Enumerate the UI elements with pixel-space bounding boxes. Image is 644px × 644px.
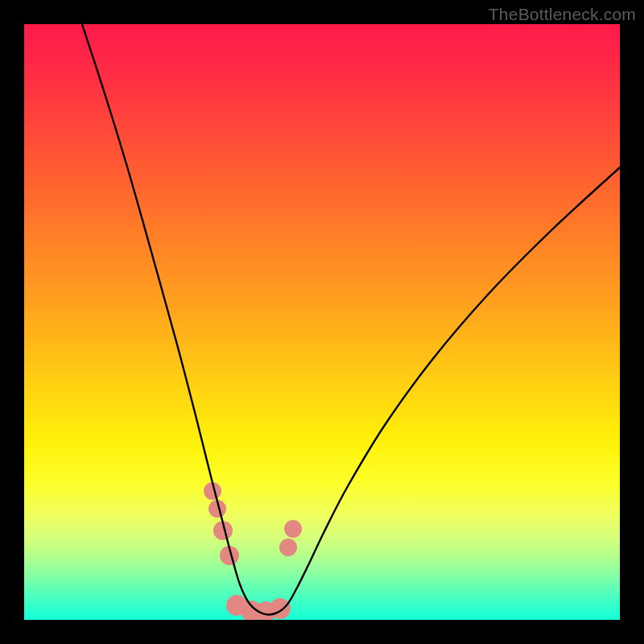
marker-dot <box>270 598 291 619</box>
marker-dot <box>284 520 302 538</box>
chart-frame: TheBottleneck.com <box>0 0 644 644</box>
plot-area <box>24 24 620 620</box>
curve-svg <box>24 24 620 620</box>
watermark-text: TheBottleneck.com <box>489 5 636 24</box>
bottleneck-curve <box>82 24 620 614</box>
marker-dot <box>279 539 297 556</box>
